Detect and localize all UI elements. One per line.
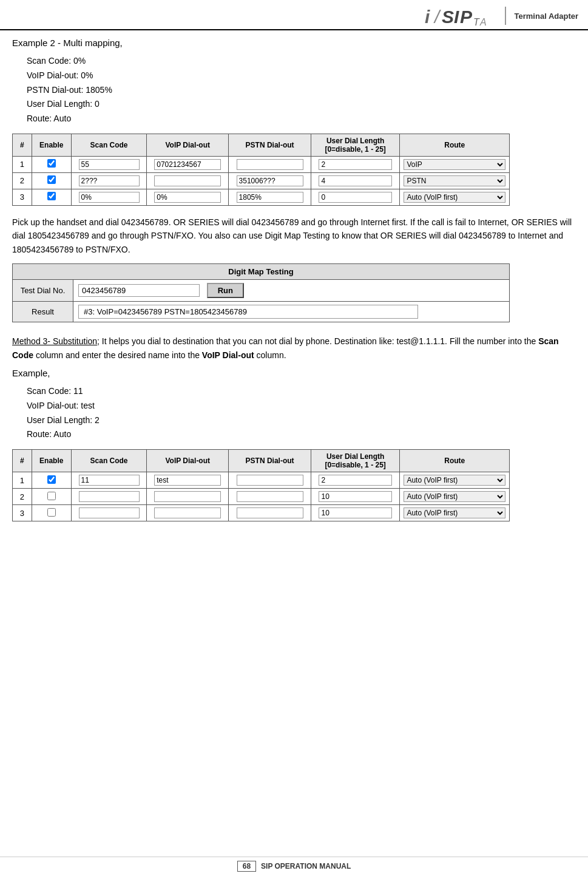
example3-title: Example, bbox=[12, 368, 576, 378]
voip-dial-out-input[interactable] bbox=[154, 507, 221, 518]
route-select[interactable]: VoIPPSTNAuto (VoIP first)Auto (PSTN firs… bbox=[404, 159, 505, 170]
example3-params: Scan Code: 11 VoIP Dial-out: test User D… bbox=[12, 384, 576, 442]
row-num: 3 bbox=[13, 189, 32, 205]
test-dial-input[interactable] bbox=[78, 284, 200, 297]
page-number: 68 bbox=[237, 861, 256, 872]
user-dial-length-input[interactable] bbox=[319, 192, 391, 203]
scan-code-cell bbox=[72, 156, 147, 172]
scan-code-input[interactable] bbox=[79, 192, 140, 203]
scan-code-input[interactable] bbox=[79, 175, 140, 186]
scan-code-input[interactable] bbox=[79, 491, 140, 502]
route-select[interactable]: VoIPPSTNAuto (VoIP first)Auto (PSTN firs… bbox=[404, 475, 505, 486]
scan-code-cell bbox=[72, 489, 147, 505]
route-select[interactable]: VoIPPSTNAuto (VoIP first)Auto (PSTN firs… bbox=[404, 192, 505, 203]
enable-cell bbox=[32, 156, 71, 172]
route-cell: VoIPPSTNAuto (VoIP first)Auto (PSTN firs… bbox=[400, 156, 510, 172]
route-select[interactable]: VoIPPSTNAuto (VoIP first)Auto (PSTN firs… bbox=[404, 175, 505, 186]
page-header: i / S I P T A Terminal Adapter bbox=[0, 0, 588, 30]
scan-code-input[interactable] bbox=[79, 507, 140, 518]
terminal-adapter-label: Terminal Adapter bbox=[515, 12, 578, 21]
voip-dial-out-input[interactable] bbox=[154, 475, 221, 486]
enable-checkbox[interactable] bbox=[47, 192, 56, 200]
enable-checkbox[interactable] bbox=[47, 508, 56, 517]
result-label: Result bbox=[13, 302, 73, 322]
route-cell: VoIPPSTNAuto (VoIP first)Auto (PSTN firs… bbox=[400, 505, 510, 521]
voip-dial-out-cell bbox=[147, 505, 229, 521]
col2-header-pstn: PSTN Dial-out bbox=[229, 450, 311, 472]
voip-dial-out-input[interactable] bbox=[154, 159, 221, 170]
row-num: 1 bbox=[13, 472, 32, 489]
pstn-dial-out-input[interactable] bbox=[237, 491, 303, 502]
dmt-result-row: Result #3: VoIP=0423456789 PSTN=18054234… bbox=[13, 302, 510, 322]
scan-code-cell bbox=[72, 505, 147, 521]
pstn-dial-out-cell bbox=[229, 489, 311, 505]
voip-dial-out-input[interactable] bbox=[154, 192, 221, 203]
svg-text:i: i bbox=[425, 7, 430, 27]
route-cell: VoIPPSTNAuto (VoIP first)Auto (PSTN firs… bbox=[400, 172, 510, 189]
dial-map-table-2: # Enable Scan Code VoIP Dial-out PSTN Di… bbox=[12, 449, 510, 521]
dmt-title: Digit Map Testing bbox=[13, 264, 510, 280]
svg-text:A: A bbox=[479, 17, 487, 27]
enable-cell bbox=[32, 172, 71, 189]
ex3-voip: VoIP Dial-out: test bbox=[27, 399, 576, 413]
example2-title: Example 2 - Multi mapping, bbox=[12, 38, 576, 48]
user-dial-length-cell bbox=[311, 156, 400, 172]
pstn-dial-out-input[interactable] bbox=[237, 507, 303, 518]
user-dial-length-cell bbox=[311, 489, 400, 505]
route-select[interactable]: VoIPPSTNAuto (VoIP first)Auto (PSTN firs… bbox=[404, 491, 505, 502]
col2-header-voip: VoIP Dial-out bbox=[147, 450, 229, 472]
enable-checkbox[interactable] bbox=[47, 159, 56, 168]
ex3-udl: User Dial Length: 2 bbox=[27, 413, 576, 428]
enable-checkbox[interactable] bbox=[47, 475, 56, 484]
user-dial-length-input[interactable] bbox=[319, 175, 391, 186]
route-select[interactable]: VoIPPSTNAuto (VoIP first)Auto (PSTN firs… bbox=[404, 507, 505, 518]
user-dial-length-cell bbox=[311, 505, 400, 521]
user-dial-length-input[interactable] bbox=[319, 159, 391, 170]
voip-dial-out-label: VoIP Dial-out: 0% bbox=[27, 69, 576, 83]
user-dial-length-cell bbox=[311, 189, 400, 205]
pstn-dial-out-cell bbox=[229, 156, 311, 172]
table-row: 2VoIPPSTNAuto (VoIP first)Auto (PSTN fir… bbox=[13, 172, 510, 189]
run-button[interactable]: Run bbox=[207, 283, 244, 298]
row-num: 2 bbox=[13, 489, 32, 505]
dmt-test-row: Test Dial No. Run bbox=[13, 280, 510, 302]
voip-dial-out-cell bbox=[147, 189, 229, 205]
pstn-dial-out-input[interactable] bbox=[237, 192, 303, 203]
user-dial-length-input[interactable] bbox=[319, 491, 391, 502]
enable-cell bbox=[32, 505, 71, 521]
voip-dial-out-input[interactable] bbox=[154, 491, 221, 502]
col2-header-enable: Enable bbox=[32, 450, 71, 472]
voip-dial-out-cell bbox=[147, 172, 229, 189]
voip-dial-out-input[interactable] bbox=[154, 175, 221, 186]
method3-mid: column and enter the desired name into t… bbox=[33, 350, 202, 360]
enable-checkbox[interactable] bbox=[47, 492, 56, 500]
enable-cell bbox=[32, 472, 71, 489]
method3-desc1: ; It helps you dial to destination that … bbox=[97, 336, 538, 346]
table-row: 3VoIPPSTNAuto (VoIP first)Auto (PSTN fir… bbox=[13, 189, 510, 205]
voip-bold: VoIP Dial-out bbox=[202, 350, 254, 360]
pstn-dial-out-input[interactable] bbox=[237, 159, 303, 170]
enable-cell bbox=[32, 489, 71, 505]
enable-checkbox[interactable] bbox=[47, 175, 56, 184]
col2-header-num: # bbox=[13, 450, 32, 472]
example2-params: Scan Code: 0% VoIP Dial-out: 0% PSTN Dia… bbox=[12, 54, 576, 126]
method3-block: Method 3- Substitution; It helps you dia… bbox=[12, 334, 576, 362]
scan-code-input[interactable] bbox=[79, 475, 140, 486]
row-num: 3 bbox=[13, 505, 32, 521]
voip-dial-out-cell bbox=[147, 472, 229, 489]
svg-text:P: P bbox=[460, 7, 473, 27]
user-dial-length-input[interactable] bbox=[319, 475, 391, 486]
pstn-dial-out-input[interactable] bbox=[237, 475, 303, 486]
route-label: Route: Auto bbox=[27, 112, 576, 126]
pstn-dial-out-input[interactable] bbox=[237, 175, 303, 186]
table-row: 1VoIPPSTNAuto (VoIP first)Auto (PSTN fir… bbox=[13, 472, 510, 489]
scan-code-cell bbox=[72, 472, 147, 489]
result-display: #3: VoIP=0423456789 PSTN=1805423456789 bbox=[78, 305, 418, 319]
col-header-udl: User Dial Length[0=disable, 1 - 25] bbox=[311, 134, 400, 156]
ex3-scan-code: Scan Code: 11 bbox=[27, 384, 576, 399]
pstn-dial-out-cell bbox=[229, 189, 311, 205]
method3-title: Method 3- Substitution bbox=[12, 336, 97, 346]
col2-header-udl: User Dial Length[0=disable, 1 - 25] bbox=[311, 450, 400, 472]
scan-code-input[interactable] bbox=[79, 159, 140, 170]
user-dial-length-input[interactable] bbox=[319, 507, 391, 518]
